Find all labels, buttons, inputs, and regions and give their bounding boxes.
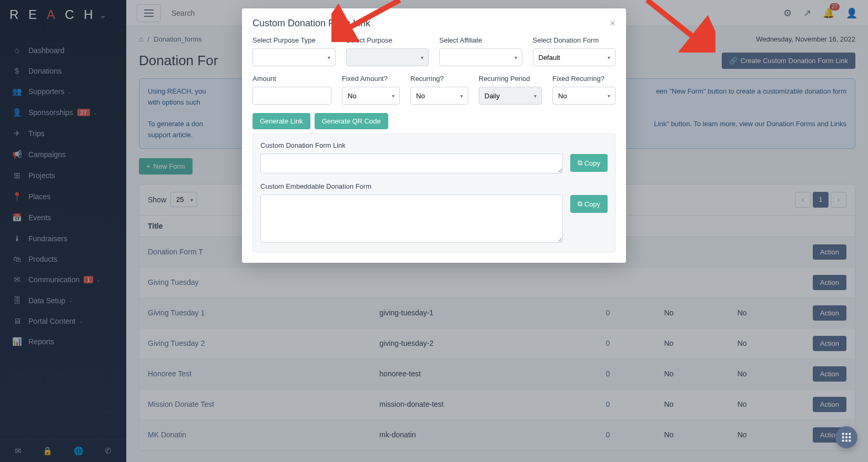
recurring-period-select[interactable] (479, 87, 542, 105)
svg-rect-11 (845, 440, 847, 442)
amount-input[interactable] (253, 87, 331, 105)
copy-label: Copy (584, 200, 600, 208)
apps-fab-button[interactable] (835, 426, 857, 448)
svg-rect-5 (845, 433, 847, 435)
custom-link-modal: Custom Donation Form Link × Select Purpo… (242, 8, 626, 263)
fixed-recurring-select[interactable] (552, 87, 615, 105)
copy-label: Copy (584, 159, 600, 167)
copy-link-button[interactable]: ⧉Copy (570, 154, 608, 172)
generate-qr-button[interactable]: Generate QR Code (315, 113, 388, 129)
recurring-period-label: Recurring Period (479, 75, 542, 83)
amount-label: Amount (253, 75, 331, 83)
recurring-label: Recurring? (410, 75, 468, 83)
copy-embed-button[interactable]: ⧉Copy (570, 195, 608, 213)
donation-form-label: Select Donation Form (533, 36, 616, 44)
recurring-select[interactable] (410, 87, 468, 105)
svg-rect-12 (849, 440, 851, 442)
custom-link-output[interactable] (260, 153, 563, 173)
purpose-label: Select Purpose (346, 36, 429, 44)
output-panel: Custom Donation Form Link ⧉Copy Custom E… (253, 134, 615, 252)
purpose-type-select[interactable] (253, 48, 336, 66)
svg-rect-10 (842, 440, 844, 442)
fixed-amount-select[interactable] (342, 87, 400, 105)
svg-rect-4 (842, 433, 844, 435)
custom-link-output-label: Custom Donation Form Link (260, 141, 563, 149)
fixed-recurring-label: Fixed Recurring? (552, 75, 615, 83)
svg-rect-8 (845, 436, 847, 438)
donation-form-select[interactable] (533, 48, 616, 66)
close-icon[interactable]: × (610, 18, 615, 29)
copy-icon: ⧉ (578, 200, 582, 208)
modal-backdrop[interactable]: Custom Donation Form Link × Select Purpo… (0, 0, 868, 462)
grid-icon (841, 432, 852, 443)
modal-title: Custom Donation Form Link (253, 18, 370, 29)
affiliate-select[interactable] (439, 48, 522, 66)
svg-rect-7 (842, 436, 844, 438)
purpose-select[interactable] (346, 48, 429, 66)
svg-rect-6 (849, 433, 851, 435)
embed-output[interactable] (260, 194, 563, 243)
generate-link-button[interactable]: Generate Link (253, 113, 310, 129)
svg-rect-9 (849, 436, 851, 438)
affiliate-label: Select Affiliate (439, 36, 522, 44)
copy-icon: ⧉ (578, 159, 582, 167)
embed-output-label: Custom Embeddable Donation Form (260, 182, 563, 190)
purpose-type-label: Select Purpose Type (253, 36, 336, 44)
fixed-amount-label: Fixed Amount? (342, 75, 400, 83)
